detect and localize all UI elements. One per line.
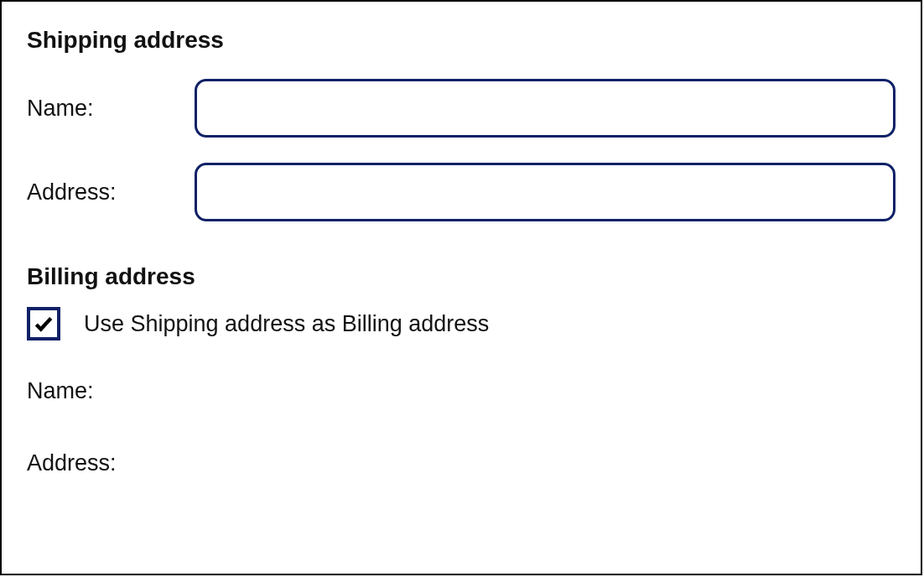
use-shipping-checkbox-row: Use Shipping address as Billing address: [27, 307, 895, 340]
billing-address-row: Address:: [27, 450, 895, 476]
use-shipping-checkbox[interactable]: [27, 307, 60, 340]
billing-name-label: Name:: [27, 378, 94, 403]
shipping-name-input[interactable]: [195, 79, 895, 138]
shipping-address-input[interactable]: [195, 163, 895, 221]
billing-heading: Billing address: [27, 263, 895, 290]
shipping-address-row: Address:: [27, 163, 895, 221]
check-icon: [33, 313, 55, 335]
shipping-address-label: Address:: [27, 179, 195, 205]
shipping-name-row: Name:: [27, 79, 895, 138]
billing-address-label: Address:: [27, 450, 117, 476]
address-form-panel: Shipping address Name: Address: Billing …: [0, 0, 922, 575]
use-shipping-checkbox-label: Use Shipping address as Billing address: [84, 311, 489, 337]
billing-name-row: Name:: [27, 378, 895, 404]
shipping-heading: Shipping address: [27, 27, 895, 54]
shipping-name-label: Name:: [27, 96, 195, 122]
